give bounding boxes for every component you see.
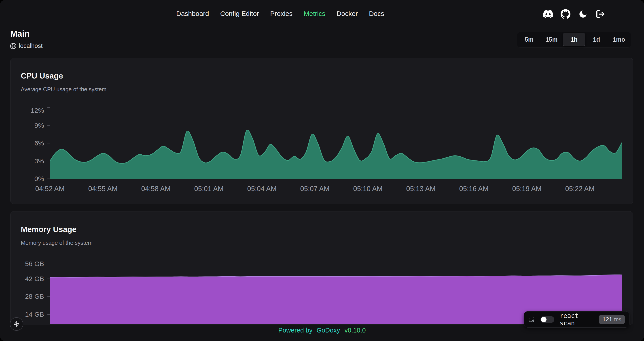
inspect-icon[interactable] xyxy=(528,316,535,323)
y-axis-tick-label: 14 GB xyxy=(10,310,44,318)
footer: Powered by GoDoxy v0.10.0 xyxy=(0,327,644,334)
x-axis-tick-label: 05:07 AM xyxy=(300,185,330,193)
logout-icon[interactable] xyxy=(595,9,606,19)
x-axis-tick-label: 05:01 AM xyxy=(194,185,224,193)
memory-card-subtitle: Memory usage of the system xyxy=(21,240,92,246)
page-title: Main xyxy=(10,29,30,39)
nav-dashboard[interactable]: Dashboard xyxy=(176,10,209,18)
fps-unit: FPS xyxy=(614,317,621,322)
x-axis-tick-label: 05:13 AM xyxy=(406,185,436,193)
cpu-usage-plot xyxy=(47,106,622,180)
powered-by-label: Powered by xyxy=(278,327,312,334)
fps-badge: 121 FPS xyxy=(599,315,625,324)
time-range-selector: 5m 15m 1h 1d 1mo xyxy=(517,32,631,48)
globe-icon xyxy=(10,43,16,50)
nav-metrics[interactable]: Metrics xyxy=(304,10,325,18)
cpu-usage-card: CPU Usage Average CPU usage of the syste… xyxy=(10,58,633,204)
y-axis-tick-label: 56 GB xyxy=(10,260,44,268)
cpu-card-subtitle: Average CPU usage of the system xyxy=(21,86,106,93)
host-row: localhost xyxy=(10,43,43,50)
discord-icon[interactable] xyxy=(543,9,553,19)
zap-icon xyxy=(14,321,20,327)
time-range-1mo[interactable]: 1mo xyxy=(608,33,630,46)
nav-config-editor[interactable]: Config Editor xyxy=(220,10,259,18)
x-axis-tick-label: 04:58 AM xyxy=(141,185,170,193)
y-axis-tick-label: 42 GB xyxy=(10,275,44,283)
time-range-5m[interactable]: 5m xyxy=(518,33,540,46)
y-axis-tick-label: 0% xyxy=(10,175,44,183)
fps-value: 121 xyxy=(603,316,612,323)
host-label: localhost xyxy=(19,43,43,50)
y-axis-tick-label: 28 GB xyxy=(10,293,44,300)
nav-docker[interactable]: Docker xyxy=(336,10,358,18)
react-scan-toggle[interactable] xyxy=(540,316,554,323)
version-label: v0.10.0 xyxy=(344,327,366,334)
memory-card-title: Memory Usage xyxy=(21,225,76,234)
x-axis-tick-label: 05:22 AM xyxy=(565,185,594,193)
react-scan-label: react-scan xyxy=(560,312,594,327)
nav-icon-group xyxy=(543,9,606,19)
main-nav: Dashboard Config Editor Proxies Metrics … xyxy=(176,10,384,18)
github-icon[interactable] xyxy=(560,9,571,19)
react-scan-toolbar: react-scan 121 FPS xyxy=(524,311,630,327)
memory-usage-card: Memory Usage Memory usage of the system … xyxy=(10,211,633,325)
cpu-usage-chart: 0%3%6%9%12%04:52 AM04:55 AM04:58 AM05:01… xyxy=(10,105,633,201)
x-axis-tick-label: 05:19 AM xyxy=(512,185,542,193)
toggle-knob xyxy=(541,317,546,322)
time-range-1h[interactable]: 1h xyxy=(563,33,585,46)
godoxy-link[interactable]: GoDoxy xyxy=(317,327,340,334)
y-axis-tick-label: 9% xyxy=(10,122,44,129)
x-axis-tick-label: 04:52 AM xyxy=(35,185,64,193)
y-axis-tick-label: 12% xyxy=(10,107,44,114)
time-range-15m[interactable]: 15m xyxy=(540,33,562,46)
nav-docs[interactable]: Docs xyxy=(369,10,384,18)
app-window: Dashboard Config Editor Proxies Metrics … xyxy=(0,0,644,341)
x-axis-tick-label: 05:10 AM xyxy=(353,185,382,193)
x-axis-tick-label: 04:55 AM xyxy=(88,185,118,193)
time-range-1d[interactable]: 1d xyxy=(585,33,608,46)
theme-toggle-moon-icon[interactable] xyxy=(578,9,588,19)
cpu-card-title: CPU Usage xyxy=(21,71,63,80)
y-axis-tick-label: 6% xyxy=(10,139,44,147)
quick-actions-button[interactable] xyxy=(10,317,23,331)
x-axis-tick-label: 05:04 AM xyxy=(247,185,276,193)
x-axis-tick-label: 05:16 AM xyxy=(459,185,488,193)
nav-proxies[interactable]: Proxies xyxy=(270,10,292,18)
y-axis-tick-label: 3% xyxy=(10,157,44,165)
